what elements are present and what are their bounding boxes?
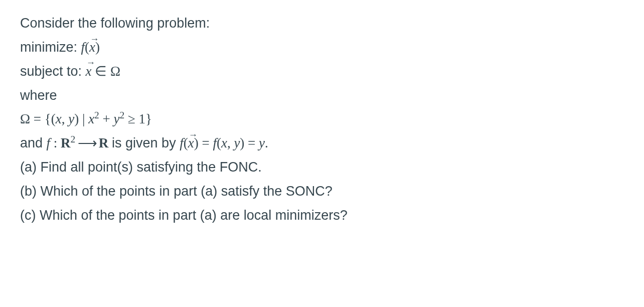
f-map-expr: f : R2 ⟶ R [47, 135, 112, 150]
vec-x-subject: x [86, 61, 92, 82]
f-eq-expr: f(x) = f(x, y) = y. [180, 135, 268, 150]
omega-symbol: Ω [110, 64, 120, 79]
colon: : [50, 135, 61, 150]
part-a: (a) Find all point(s) satisfying the FON… [20, 157, 624, 178]
x-squared-base: x [88, 111, 94, 126]
R-domain-exp: 2 [71, 134, 76, 144]
vec-x-fdef: x [188, 133, 194, 154]
x-arg: x [221, 135, 227, 150]
map-arrow: ⟶ [75, 135, 99, 150]
y-arg: y [234, 135, 240, 150]
period: . [265, 135, 268, 150]
x-var: x [56, 111, 62, 126]
part-c: (c) Which of the points in part (a) are … [20, 205, 624, 226]
y-rhs: y [259, 135, 265, 150]
comma: , [62, 111, 69, 126]
comma2: , [227, 135, 234, 150]
vec-x: x [89, 37, 95, 58]
open-paren: ( [85, 40, 89, 55]
R-domain: R [61, 135, 71, 150]
omega-lhs: Ω = {( [20, 111, 56, 126]
part-b: (b) Which of the points in part (a) sati… [20, 181, 624, 202]
f-sym2: f [180, 135, 184, 150]
intro-text: Consider the following problem: [20, 13, 624, 34]
given-by-text: is given by [112, 135, 180, 150]
close-paren3: ) [240, 135, 244, 150]
f-symbol: f [81, 40, 85, 55]
y-var: y [68, 111, 74, 126]
f-definition: and f : R2 ⟶ R is given by f(x) = f(x, y… [20, 133, 624, 154]
omega-definition: Ω = {(x, y) | x2 + y2 ≥ 1} [20, 109, 624, 130]
plus: + [99, 111, 114, 126]
subject-label: subject to: [20, 64, 86, 79]
minimize-label: minimize: [20, 40, 81, 55]
f-sym3: f [213, 135, 217, 150]
f-sym: f [47, 135, 51, 150]
minimize-expr: f(x) [81, 40, 100, 55]
where-text: where [20, 85, 624, 106]
open-paren3: ( [217, 135, 221, 150]
set-mid: ) | [74, 111, 88, 126]
y-squared-base: y [114, 111, 120, 126]
open-paren2: ( [184, 135, 188, 150]
minimize-line: minimize: f(x) [20, 37, 624, 58]
equals1: = [199, 135, 213, 150]
geq-one: ≥ 1} [124, 111, 152, 126]
R-codomain: R [99, 135, 109, 150]
x-squared-exp: 2 [94, 110, 99, 120]
subject-to-line: subject to: x ∈ Ω [20, 61, 624, 82]
subject-expr: x ∈ Ω [86, 64, 121, 79]
equals2: = [244, 135, 259, 150]
y-squared-exp: 2 [120, 110, 125, 120]
omega-def-expr: Ω = {(x, y) | x2 + y2 ≥ 1} [20, 111, 152, 126]
and-text: and [20, 135, 47, 150]
